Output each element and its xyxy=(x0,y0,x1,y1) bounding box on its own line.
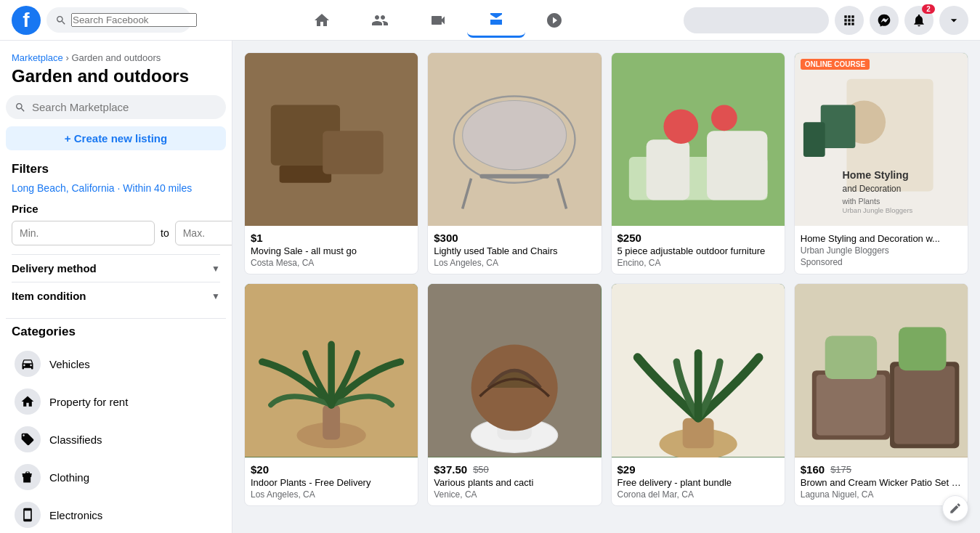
notifications-button[interactable]: 2 xyxy=(904,6,934,35)
delivery-method-filter[interactable]: Delivery method ▼ xyxy=(12,254,220,282)
classifieds-label: Classifieds xyxy=(49,434,102,446)
nav-home[interactable] xyxy=(293,3,351,38)
search-marketplace-input[interactable] xyxy=(32,101,217,113)
product-info-p4: Home Styling and Decoration w... Urban J… xyxy=(795,226,968,273)
electronics-icon xyxy=(15,502,41,528)
product-title-p8: Brown and Cream Wicker Patio Set with De… xyxy=(801,477,962,488)
svg-rect-13 xyxy=(707,131,767,200)
svg-rect-7 xyxy=(480,174,549,179)
clothing-icon xyxy=(15,464,41,490)
product-sponsored-p4: Sponsored xyxy=(801,257,962,267)
product-location-p5: Los Angeles, CA xyxy=(251,489,412,500)
clothing-label: Clothing xyxy=(49,471,89,484)
product-info-p5: $20 Indoor Plants - Free Delivery Los An… xyxy=(245,457,418,505)
product-image-p8 xyxy=(795,284,968,457)
product-title-p2: Lightly used Table and Chairs xyxy=(434,245,595,256)
product-card-p4[interactable]: ONLINE COURSE Home Styling and Decoratio… xyxy=(794,52,968,274)
categories-section: Categories Vehicles Property for rent xyxy=(6,325,226,533)
apps-button[interactable] xyxy=(835,6,864,35)
product-card-p7[interactable]: $29 Free delivery - plant bundle Corona … xyxy=(611,283,785,505)
main-content: $1 Moving Sale - all must go Costa Mesa,… xyxy=(232,41,980,533)
price-min-input[interactable] xyxy=(12,221,155,245)
breadcrumb-category: Garden and outdoors xyxy=(71,52,161,63)
sidebar-item-clothing[interactable]: Clothing xyxy=(12,458,220,496)
product-info-p8: $160 $175 Brown and Cream Wicker Patio S… xyxy=(795,457,968,505)
product-original-price-p8: $175 xyxy=(830,464,851,475)
nav-video[interactable] xyxy=(409,3,467,38)
nav-friends[interactable] xyxy=(351,3,409,38)
product-info-p2: $300 Lightly used Table and Chairs Los A… xyxy=(428,226,601,274)
product-card-p8[interactable]: $160 $175 Brown and Cream Wicker Patio S… xyxy=(794,283,968,505)
product-location-p6: Venice, CA xyxy=(434,489,595,500)
nav-groups[interactable] xyxy=(525,3,583,38)
product-title-p5: Indoor Plants - Free Delivery xyxy=(251,477,412,488)
svg-text:with Plants: with Plants xyxy=(841,197,880,206)
svg-rect-27 xyxy=(323,405,340,440)
product-image-p4: ONLINE COURSE Home Styling and Decoratio… xyxy=(795,53,968,226)
product-card-p3[interactable]: $250 5 piece adjustable outdoor furnitur… xyxy=(611,52,785,274)
edit-icon-button[interactable] xyxy=(942,495,968,521)
product-image-p5 xyxy=(245,284,418,457)
nav-marketplace[interactable] xyxy=(467,3,525,38)
product-card-p2[interactable]: $300 Lightly used Table and Chairs Los A… xyxy=(427,52,602,274)
product-price-p2: $300 xyxy=(434,232,595,244)
search-box xyxy=(6,95,226,119)
filter-location[interactable]: Long Beach, California · Within 40 miles xyxy=(12,182,220,194)
breadcrumb-marketplace[interactable]: Marketplace xyxy=(12,52,63,63)
delivery-method-label: Delivery method xyxy=(12,262,97,274)
delivery-chevron-icon: ▼ xyxy=(211,264,220,274)
sidebar-item-vehicles[interactable]: Vehicles xyxy=(12,345,220,383)
product-image-p1 xyxy=(245,53,418,226)
property-icon xyxy=(15,388,41,415)
product-card-p1[interactable]: $1 Moving Sale - all must go Costa Mesa,… xyxy=(244,52,418,274)
facebook-logo[interactable]: f xyxy=(12,6,41,35)
classifieds-icon xyxy=(15,426,41,452)
product-info-p7: $29 Free delivery - plant bundle Corona … xyxy=(612,457,785,505)
price-row: to xyxy=(12,221,220,245)
sidebar-item-property-for-rent[interactable]: Property for rent xyxy=(12,383,220,420)
account-button[interactable] xyxy=(939,6,968,35)
svg-rect-40 xyxy=(825,336,876,380)
sidebar: Marketplace › Garden and outdoors Garden… xyxy=(0,41,232,533)
topnav-search-bar[interactable] xyxy=(46,7,192,33)
vehicles-label: Vehicles xyxy=(49,358,90,370)
product-subtitle-p4: Urban Jungle Bloggers xyxy=(801,245,962,256)
product-location-p7: Corona del Mar, CA xyxy=(617,489,779,500)
product-location-p8: Laguna Niguel, CA xyxy=(801,489,962,500)
create-listing-button[interactable]: + Create new listing xyxy=(6,126,226,150)
price-max-input[interactable] xyxy=(175,221,232,245)
search-icon xyxy=(15,102,26,113)
product-price-p3: $250 xyxy=(617,232,779,244)
product-title-p4: Home Styling and Decoration w... xyxy=(801,233,962,244)
product-image-p2 xyxy=(428,53,601,226)
messenger-button[interactable] xyxy=(870,6,899,35)
sidebar-item-electronics[interactable]: Electronics xyxy=(12,496,220,533)
product-info-p1: $1 Moving Sale - all must go Costa Mesa,… xyxy=(245,226,418,274)
condition-chevron-icon: ▼ xyxy=(211,291,220,301)
product-location-p1: Costa Mesa, CA xyxy=(251,258,412,268)
product-card-p6[interactable]: $37.50 $50 Various plants and cacti Veni… xyxy=(427,283,602,505)
price-to: to xyxy=(161,227,169,239)
product-location-p3: Encino, CA xyxy=(617,258,779,268)
product-card-p5[interactable]: $20 Indoor Plants - Free Delivery Los An… xyxy=(244,283,418,505)
product-info-p3: $250 5 piece adjustable outdoor furnitur… xyxy=(612,226,785,274)
svg-rect-19 xyxy=(820,105,855,148)
products-grid: $1 Moving Sale - all must go Costa Mesa,… xyxy=(244,52,968,506)
product-original-price-p6: $50 xyxy=(473,464,489,475)
breadcrumb: Marketplace › Garden and outdoors xyxy=(6,52,226,63)
item-condition-filter[interactable]: Item condition ▼ xyxy=(12,282,220,309)
product-title-p6: Various plants and cacti xyxy=(434,477,595,488)
product-title-p7: Free delivery - plant bundle xyxy=(617,477,779,488)
search-icon xyxy=(55,15,67,26)
sidebar-item-classifieds[interactable]: Classifieds xyxy=(12,420,220,458)
product-price-p7: $29 xyxy=(617,463,779,476)
electronics-label: Electronics xyxy=(49,509,102,521)
product-title-p3: 5 piece adjustable outdoor furniture xyxy=(617,245,779,256)
svg-rect-41 xyxy=(899,327,947,371)
categories-title: Categories xyxy=(12,325,220,339)
topnav-search-input[interactable] xyxy=(71,13,197,27)
svg-rect-12 xyxy=(646,139,689,200)
product-title-p1: Moving Sale - all must go xyxy=(251,245,412,256)
svg-text:and Decoration: and Decoration xyxy=(842,184,901,194)
svg-rect-39 xyxy=(894,366,955,444)
